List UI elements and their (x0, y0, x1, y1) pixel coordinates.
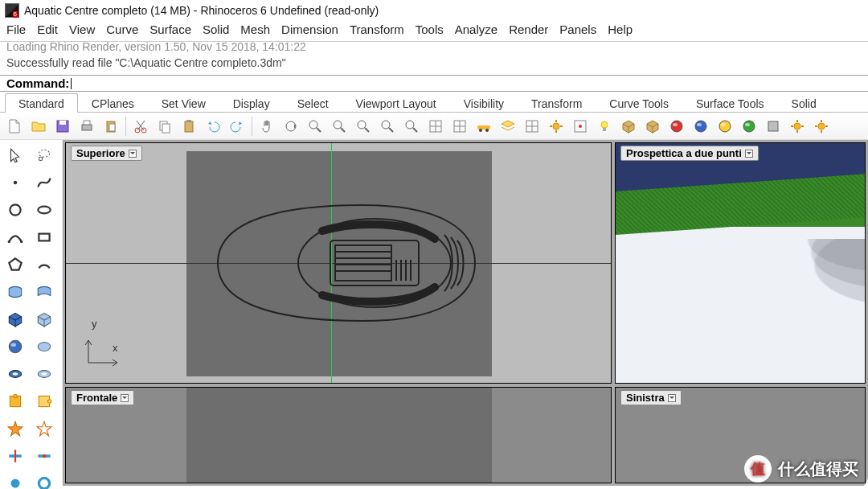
menu-curve[interactable]: Curve (106, 23, 138, 36)
tab-surface-tools[interactable]: Surface Tools (682, 93, 778, 113)
zoom-win-icon[interactable] (352, 115, 375, 138)
sphere-y-icon[interactable] (714, 115, 736, 138)
menu-edit[interactable]: Edit (37, 23, 58, 36)
loft-icon[interactable] (31, 280, 58, 304)
watermark: 值 什么值得买 (744, 455, 858, 483)
cut-icon[interactable] (129, 115, 152, 138)
shade-icon[interactable] (448, 115, 471, 138)
pointer-icon[interactable] (2, 143, 29, 167)
tab-solid[interactable]: Solid (778, 93, 830, 113)
paste-icon[interactable] (100, 115, 122, 138)
zoom-ext-icon[interactable] (328, 115, 350, 138)
point-icon[interactable] (2, 171, 29, 195)
copy-icon[interactable] (154, 115, 176, 138)
gear2-icon[interactable] (810, 115, 833, 138)
box-lt-icon[interactable] (31, 307, 58, 331)
curve-icon[interactable] (31, 171, 58, 195)
rect-icon[interactable] (31, 225, 58, 249)
surface-icon[interactable] (2, 280, 29, 304)
redo-icon[interactable] (226, 115, 248, 138)
new-icon[interactable] (3, 115, 26, 138)
menu-tools[interactable]: Tools (416, 23, 444, 36)
chevron-down-icon[interactable] (668, 394, 676, 402)
viewport-top[interactable]: Superiore (65, 142, 612, 384)
grid-icon[interactable] (521, 115, 543, 138)
tab-display[interactable]: Display (219, 93, 284, 113)
snap-icon[interactable] (569, 115, 592, 138)
tab-cplanes[interactable]: CPlanes (78, 93, 148, 113)
puzzle2-icon[interactable] (31, 389, 58, 413)
polygon-icon[interactable] (2, 253, 29, 277)
undo-icon[interactable] (202, 115, 224, 138)
menu-transform[interactable]: Transform (350, 23, 404, 36)
spline-icon[interactable] (2, 225, 29, 249)
light-icon[interactable] (593, 115, 616, 138)
star-icon[interactable] (2, 417, 29, 441)
viewport-title-persp[interactable]: Prospettica a due punti (620, 146, 759, 161)
puzzle-icon[interactable] (2, 389, 29, 413)
lasso-icon[interactable] (31, 143, 58, 167)
viewport-title-top[interactable]: Superiore (71, 146, 142, 161)
print-icon[interactable] (76, 115, 98, 138)
svg-point-76 (47, 400, 51, 403)
sphere-g-icon[interactable] (738, 115, 760, 138)
menu-help[interactable]: Help (608, 23, 633, 36)
menu-dimension[interactable]: Dimension (281, 23, 338, 36)
sphere-icon[interactable] (2, 335, 29, 359)
clipboard-icon[interactable] (178, 115, 200, 138)
gear-icon[interactable] (786, 115, 809, 138)
chevron-down-icon[interactable] (121, 394, 129, 402)
ring2-icon[interactable] (31, 471, 58, 489)
sphere-b-icon[interactable] (690, 115, 712, 138)
ellipse-icon[interactable] (31, 198, 58, 222)
sphere-r-icon[interactable] (665, 115, 688, 138)
menu-render[interactable]: Render (509, 23, 548, 36)
viewport-perspective[interactable]: Prospettica a due punti (615, 142, 866, 384)
menu-solid[interactable]: Solid (203, 23, 229, 36)
material-icon[interactable] (641, 115, 664, 138)
box-blue-icon[interactable] (2, 307, 29, 331)
menu-view[interactable]: View (69, 23, 95, 36)
circle-icon[interactable] (2, 198, 29, 222)
tab-curve-tools[interactable]: Curve Tools (596, 93, 682, 113)
menu-file[interactable]: File (6, 23, 26, 36)
cube-icon[interactable] (762, 115, 784, 138)
layers-icon[interactable] (497, 115, 519, 138)
tab-standard[interactable]: Standard (5, 93, 78, 113)
zoom-icon[interactable] (304, 115, 326, 138)
zoom-sel-icon[interactable] (376, 115, 399, 138)
ellipsoid-icon[interactable] (31, 335, 58, 359)
options-icon[interactable] (545, 115, 567, 138)
star-o-icon[interactable] (31, 417, 58, 441)
car-icon[interactable] (473, 115, 495, 138)
menu-surface[interactable]: Surface (149, 23, 191, 36)
tab-select[interactable]: Select (284, 93, 342, 113)
chevron-down-icon[interactable] (129, 150, 137, 158)
ring-icon[interactable] (31, 362, 58, 386)
save-icon[interactable] (51, 115, 74, 138)
torus-icon[interactable] (2, 362, 29, 386)
command-line[interactable]: Command: (0, 75, 868, 92)
tab-viewport-layout[interactable]: Viewport Layout (342, 93, 450, 113)
menu-mesh[interactable]: Mesh (240, 23, 270, 36)
svg-line-18 (365, 128, 369, 132)
tab-transform[interactable]: Transform (518, 93, 596, 113)
join-icon[interactable] (31, 444, 58, 468)
viewport-front[interactable]: Frontale (65, 387, 612, 483)
lasso-icon[interactable] (400, 115, 423, 138)
menu-panels[interactable]: Panels (559, 23, 596, 36)
menu-analyze[interactable]: Analyze (455, 23, 497, 36)
open-icon[interactable] (27, 115, 50, 138)
viewport-title-front[interactable]: Frontale (71, 390, 134, 405)
tab-visibility[interactable]: Visibility (450, 93, 518, 113)
render-icon[interactable] (424, 115, 447, 138)
trim-icon[interactable] (2, 444, 29, 468)
viewport-title-left[interactable]: Sinistra (620, 390, 682, 405)
rotate-icon[interactable] (280, 115, 302, 138)
tab-set-view[interactable]: Set View (148, 93, 219, 113)
chevron-down-icon[interactable] (745, 150, 753, 158)
pan-icon[interactable] (256, 115, 278, 138)
dot-icon[interactable] (2, 471, 29, 489)
box-icon[interactable] (617, 115, 640, 138)
arc-icon[interactable] (31, 253, 58, 277)
